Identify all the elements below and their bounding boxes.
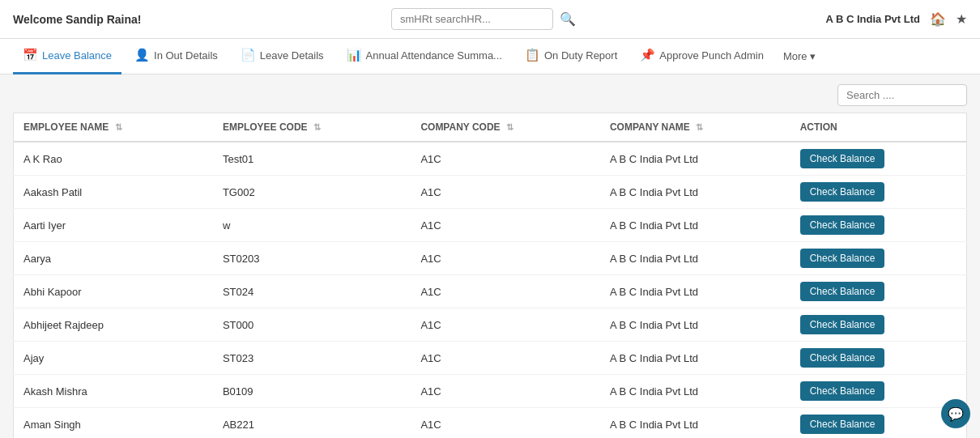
cell-company-name: A B C India Pvt Ltd: [600, 242, 790, 275]
cell-employee-name: Aarti Iyer: [14, 209, 213, 242]
col-company-code: COMPANY CODE ⇅: [411, 113, 600, 142]
in-out-details-icon: 👤: [134, 48, 150, 62]
cell-action: Check Balance: [790, 308, 967, 342]
sort-employee-name-icon[interactable]: ⇅: [115, 122, 122, 132]
cell-employee-code: ST000: [213, 308, 411, 342]
cell-company-name: A B C India Pvt Ltd: [600, 375, 790, 408]
global-search-box: 🔍: [391, 8, 576, 30]
tab-leave-details[interactable]: 📄 Leave Details: [231, 39, 334, 74]
employee-table: EMPLOYEE NAME ⇅ EMPLOYEE CODE ⇅ COMPANY …: [13, 113, 967, 438]
cell-action: Check Balance: [790, 242, 967, 275]
table-row: Akash Mishra B0109 A1C A B C India Pvt L…: [14, 375, 967, 408]
search-button[interactable]: 🔍: [560, 11, 576, 27]
cell-company-code: A1C: [411, 242, 600, 275]
tab-approve-punch-admin[interactable]: 📌 Approve Punch Admin: [630, 39, 773, 74]
global-search-input[interactable]: [391, 8, 553, 30]
table-row: A K Rao Test01 A1C A B C India Pvt Ltd C…: [14, 142, 967, 176]
tab-annual-attendance[interactable]: 📊 Annual Attendance Summa...: [337, 39, 512, 74]
cell-employee-name: Ajay: [14, 342, 213, 375]
sort-company-name-icon[interactable]: ⇅: [696, 122, 703, 132]
tab-on-duty-report-label: On Duty Report: [544, 49, 617, 62]
tab-leave-balance[interactable]: 📅 Leave Balance: [13, 39, 121, 74]
cell-employee-name: Abhijeet Rajdeep: [14, 308, 213, 342]
cell-employee-code: ST0203: [213, 242, 411, 275]
col-employee-name: EMPLOYEE NAME ⇅: [14, 113, 213, 142]
cell-employee-code: AB221: [213, 408, 411, 439]
cell-company-code: A1C: [411, 342, 600, 375]
table-row: Aman Singh AB221 A1C A B C India Pvt Ltd…: [14, 408, 967, 439]
tab-leave-details-label: Leave Details: [260, 49, 324, 62]
cell-company-name: A B C India Pvt Ltd: [600, 176, 790, 209]
cell-company-code: A1C: [411, 275, 600, 308]
tab-on-duty-report[interactable]: 📋 On Duty Report: [515, 39, 627, 74]
cell-company-name: A B C India Pvt Ltd: [600, 308, 790, 342]
tab-annual-attendance-label: Annual Attendance Summa...: [366, 49, 502, 62]
on-duty-report-icon: 📋: [525, 48, 540, 62]
tab-leave-balance-label: Leave Balance: [42, 49, 112, 62]
cell-company-code: A1C: [411, 142, 600, 176]
check-balance-button[interactable]: Check Balance: [800, 348, 885, 368]
cell-employee-name: A K Rao: [14, 142, 213, 176]
cell-employee-code: ST024: [213, 275, 411, 308]
table-row: Ajay ST023 A1C A B C India Pvt Ltd Check…: [14, 342, 967, 375]
cell-employee-name: Akash Mishra: [14, 375, 213, 408]
user-name: Sandip Raina!: [66, 13, 141, 26]
table-search-row: [13, 84, 967, 106]
cell-company-code: A1C: [411, 375, 600, 408]
cell-employee-code: Test01: [213, 142, 411, 176]
table-row: Aarya ST0203 A1C A B C India Pvt Ltd Che…: [14, 242, 967, 275]
cell-employee-name: Aman Singh: [14, 408, 213, 439]
cell-company-name: A B C India Pvt Ltd: [600, 275, 790, 308]
check-balance-button[interactable]: Check Balance: [800, 415, 885, 434]
check-balance-button[interactable]: Check Balance: [800, 215, 885, 235]
sort-company-code-icon[interactable]: ⇅: [506, 122, 513, 132]
cell-company-name: A B C India Pvt Ltd: [600, 342, 790, 375]
help-chat-icon[interactable]: 💬: [941, 399, 970, 428]
tab-in-out-details[interactable]: 👤 In Out Details: [125, 39, 228, 74]
main-content-area: EMPLOYEE NAME ⇅ EMPLOYEE CODE ⇅ COMPANY …: [0, 74, 980, 438]
leave-details-icon: 📄: [241, 48, 256, 62]
cell-company-code: A1C: [411, 209, 600, 242]
chevron-down-icon: ▾: [810, 50, 816, 62]
tab-navigation: 📅 Leave Balance 👤 In Out Details 📄 Leave…: [0, 39, 980, 74]
cell-company-code: A1C: [411, 176, 600, 209]
welcome-prefix: Welcome: [13, 13, 66, 26]
check-balance-button[interactable]: Check Balance: [800, 182, 885, 202]
col-employee-code: EMPLOYEE CODE ⇅: [213, 113, 411, 142]
cell-company-name: A B C India Pvt Ltd: [600, 209, 790, 242]
cell-employee-name: Aakash Patil: [14, 176, 213, 209]
cell-employee-name: Aarya: [14, 242, 213, 275]
col-action: ACTION: [790, 113, 967, 142]
welcome-message: Welcome Sandip Raina!: [13, 13, 141, 26]
cell-employee-code: ST023: [213, 342, 411, 375]
company-name-label: A B C India Pvt Ltd: [825, 13, 920, 25]
cell-company-code: A1C: [411, 308, 600, 342]
table-header-row: EMPLOYEE NAME ⇅ EMPLOYEE CODE ⇅ COMPANY …: [14, 113, 967, 142]
sort-employee-code-icon[interactable]: ⇅: [313, 122, 321, 132]
leave-balance-icon: 📅: [23, 48, 38, 62]
more-label: More: [783, 50, 807, 62]
more-tabs-button[interactable]: More ▾: [777, 39, 822, 74]
col-company-name: COMPANY NAME ⇅: [600, 113, 790, 142]
table-row: Aakash Patil TG002 A1C A B C India Pvt L…: [14, 176, 967, 209]
check-balance-button[interactable]: Check Balance: [800, 149, 885, 168]
cell-employee-code: TG002: [213, 176, 411, 209]
home-icon-button[interactable]: 🏠: [930, 11, 946, 27]
check-balance-button[interactable]: Check Balance: [800, 381, 885, 401]
cell-employee-code: w: [213, 209, 411, 242]
table-search-input[interactable]: [837, 84, 967, 106]
star-icon-button[interactable]: ★: [956, 11, 967, 27]
cell-company-code: A1C: [411, 408, 600, 439]
cell-company-name: A B C India Pvt Ltd: [600, 408, 790, 439]
annual-attendance-icon: 📊: [347, 48, 362, 62]
check-balance-button[interactable]: Check Balance: [800, 282, 885, 301]
cell-action: Check Balance: [790, 408, 967, 439]
check-balance-button[interactable]: Check Balance: [800, 315, 885, 334]
col-company-name-label: COMPANY NAME: [610, 121, 690, 133]
approve-punch-admin-icon: 📌: [640, 48, 655, 62]
table-row: Abhi Kapoor ST024 A1C A B C India Pvt Lt…: [14, 275, 967, 308]
check-balance-button[interactable]: Check Balance: [800, 249, 885, 268]
top-right-area: A B C India Pvt Ltd 🏠 ★: [825, 11, 967, 27]
table-row: Aarti Iyer w A1C A B C India Pvt Ltd Che…: [14, 209, 967, 242]
tab-approve-punch-admin-label: Approve Punch Admin: [659, 49, 764, 62]
